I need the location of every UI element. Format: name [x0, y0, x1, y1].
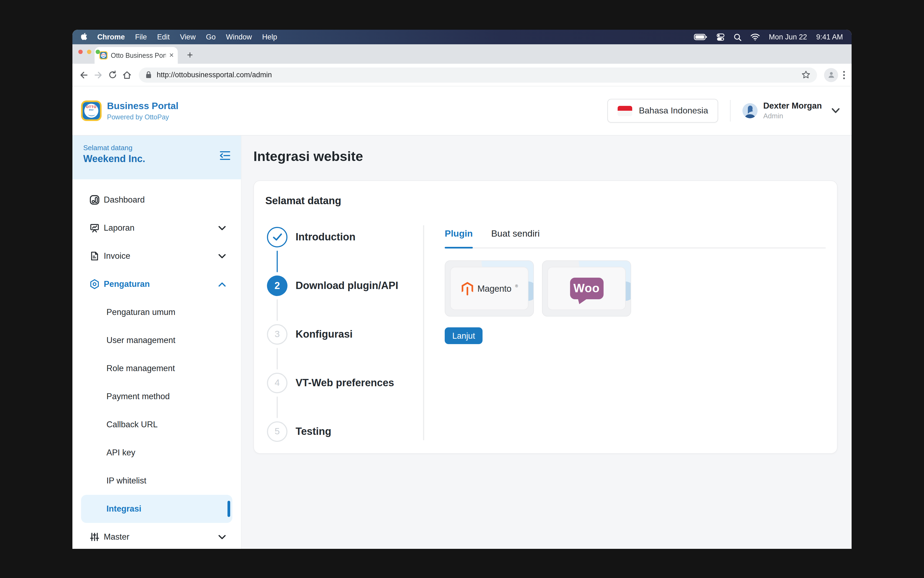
chevron-down-icon	[218, 534, 226, 539]
browser-tab[interactable]: OTTO Otto Business Portal ✕	[94, 47, 178, 64]
subitem-label: User management	[106, 336, 175, 345]
welcome-label: Selamat datang	[83, 144, 230, 152]
menubar-view[interactable]: View	[180, 33, 196, 41]
trademark-mark: ®	[515, 284, 518, 287]
back-icon[interactable]	[79, 70, 89, 80]
subitem-label: API key	[106, 448, 135, 458]
battery-icon[interactable]	[694, 34, 707, 41]
continue-button[interactable]: Lanjut	[445, 327, 482, 344]
chevron-down-icon	[218, 253, 226, 258]
window-close-button[interactable]	[78, 50, 83, 54]
sidebar-item-label: Invoice	[104, 251, 130, 261]
menubar-edit[interactable]: Edit	[157, 33, 170, 41]
invoice-icon	[89, 251, 100, 261]
sidebar-menu: Dashboard Laporan	[72, 186, 241, 549]
home-icon[interactable]	[122, 70, 132, 80]
step-vtweb-preferences[interactable]: 4 VT-Web preferences	[267, 359, 423, 407]
user-avatar[interactable]	[743, 103, 758, 118]
step-konfigurasi[interactable]: 3 Konfigurasi	[267, 310, 423, 359]
sidebar-subitem-ip-whitelist[interactable]: IP whitelist	[72, 467, 241, 495]
tab-title: Otto Business Portal	[111, 52, 166, 59]
sidebar-subitem-role-management[interactable]: Role management	[72, 354, 241, 382]
report-icon	[89, 222, 100, 233]
browser-toolbar: http://ottobusinessportal.com/admin	[72, 64, 852, 86]
sidebar-collapse-icon[interactable]	[219, 149, 231, 162]
tab-close-icon[interactable]: ✕	[169, 52, 174, 59]
header-divider	[730, 100, 731, 122]
sidebar-subitem-callback-url[interactable]: Callback URL	[72, 411, 241, 438]
integration-card: Selamat datang Introduction 2 Download p…	[253, 180, 838, 454]
sidebar-item-label: Laporan	[104, 223, 135, 233]
step-number: 4	[267, 373, 287, 393]
lock-icon	[145, 71, 152, 79]
menubar-file[interactable]: File	[135, 33, 147, 41]
tab-favicon: OTTO	[99, 51, 107, 59]
subitem-label: Integrasi	[106, 504, 141, 514]
menubar-app-name[interactable]: Chrome	[97, 33, 125, 41]
sidebar-item-pengaturan[interactable]: Pengaturan	[72, 270, 241, 298]
magento-logo-icon	[461, 281, 474, 296]
subitem-label: Payment method	[106, 391, 170, 401]
plugin-tabs: Plugin Buat sendiri	[445, 229, 826, 248]
sidebar-subitem-pengaturan-umum[interactable]: Pengaturan umum	[72, 298, 241, 326]
window-zoom-button[interactable]	[96, 50, 100, 54]
step-download-plugin[interactable]: 2 Download plugin/API	[267, 261, 423, 310]
menubar-help[interactable]: Help	[262, 33, 277, 41]
sidebar-item-invoice[interactable]: Invoice	[72, 242, 241, 270]
sidebar-item-dashboard[interactable]: Dashboard	[72, 186, 241, 214]
sidebar-item-label: Dashboard	[104, 195, 145, 205]
tab-plugin[interactable]: Plugin	[445, 229, 473, 239]
step-label: Testing	[296, 426, 331, 438]
language-label: Bahasa Indonesia	[639, 106, 708, 115]
url-text: http://ottobusinessportal.com/admin	[157, 71, 272, 79]
user-menu-chevron-icon[interactable]	[831, 108, 840, 114]
sidebar-subitem-user-management[interactable]: User management	[72, 326, 241, 354]
menubar-window[interactable]: Window	[226, 33, 252, 41]
forward-icon[interactable]	[94, 70, 103, 80]
step-testing[interactable]: 5 Testing	[267, 407, 423, 456]
woocommerce-logo: Woo	[570, 278, 603, 299]
apple-icon[interactable]	[81, 33, 88, 41]
browser-profile-icon[interactable]	[824, 68, 838, 82]
menubar-clock[interactable]: 9:41 AM	[816, 33, 843, 41]
step-check-icon	[267, 227, 287, 247]
spotlight-search-icon[interactable]	[734, 33, 741, 41]
sliders-icon	[89, 531, 100, 542]
step-label: VT-Web preferences	[296, 377, 394, 389]
sidebar-subitem-api-key[interactable]: API key	[72, 438, 241, 467]
browser-menu-icon[interactable]	[843, 70, 845, 79]
plugin-tile-woocommerce[interactable]: Woo	[542, 260, 631, 317]
tab-buat-sendiri[interactable]: Buat sendiri	[491, 229, 540, 239]
subitem-label: Role management	[106, 364, 175, 373]
plugin-name: Magento	[477, 283, 512, 294]
reload-icon[interactable]	[108, 70, 117, 80]
control-center-icon[interactable]	[716, 33, 724, 41]
menubar-go[interactable]: Go	[206, 33, 216, 41]
address-bar[interactable]: http://ottobusinessportal.com/admin	[139, 67, 817, 82]
step-introduction[interactable]: Introduction	[267, 213, 423, 261]
plugin-tile-magento[interactable]: Magento®	[445, 260, 534, 317]
ottopay-logo: OTTO PAY	[81, 101, 102, 121]
sidebar-subitem-payment-method[interactable]: Payment method	[72, 382, 241, 411]
sidebar-subitem-integrasi[interactable]: Integrasi	[81, 495, 232, 523]
sidebar-item-master[interactable]: Master	[72, 523, 241, 549]
new-tab-button[interactable]: +	[187, 50, 193, 60]
step-number: 2	[267, 276, 287, 296]
sidebar-item-laporan[interactable]: Laporan	[72, 214, 241, 242]
window-minimize-button[interactable]	[87, 50, 91, 54]
wifi-icon[interactable]	[750, 34, 760, 41]
setup-stepper: Introduction 2 Download plugin/API 3 Kon…	[267, 213, 423, 456]
sidebar-item-label: Pengaturan	[104, 279, 150, 289]
indonesia-flag-icon	[618, 106, 632, 116]
menubar-date[interactable]: Mon Jun 22	[769, 33, 807, 41]
subitem-label: Pengaturan umum	[106, 307, 175, 317]
chevron-up-icon	[218, 282, 226, 287]
logo-smile	[88, 112, 95, 116]
bookmark-star-icon[interactable]	[801, 70, 810, 80]
language-selector[interactable]: Bahasa Indonesia	[607, 99, 718, 123]
chevron-down-icon	[218, 226, 226, 231]
settings-icon	[89, 279, 100, 289]
plugin-name: Woo	[573, 281, 600, 295]
plugin-options: Magento® Woo	[445, 260, 826, 317]
company-name: Weekend Inc.	[83, 153, 230, 165]
